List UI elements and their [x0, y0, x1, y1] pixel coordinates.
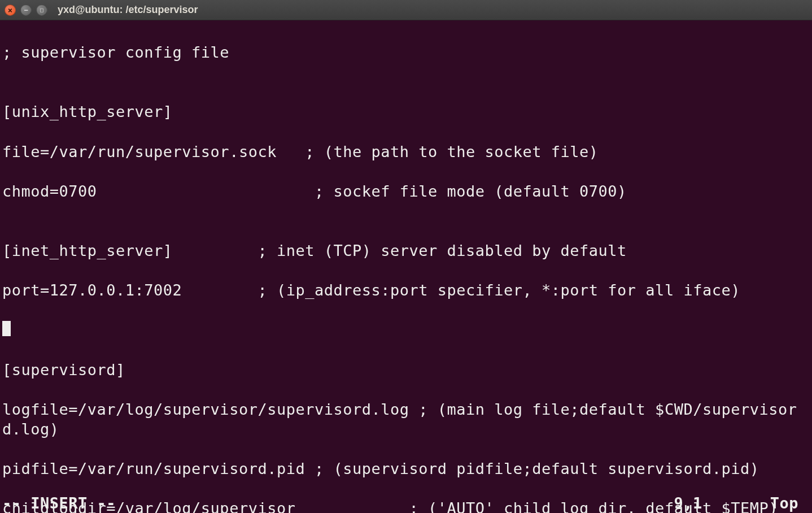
- editor-line: logfile=/var/log/supervisor/supervisord.…: [2, 399, 810, 439]
- editor-line: pidfile=/var/run/supervisord.pid ; (supe…: [2, 459, 810, 479]
- minimize-icon[interactable]: [20, 5, 32, 16]
- editor-line: port=127.0.0.1:7002 ; (ip_address:port s…: [2, 280, 810, 300]
- editor-line: [supervisord]: [2, 360, 810, 380]
- cursor-icon: [2, 321, 11, 336]
- close-icon[interactable]: [5, 5, 16, 16]
- terminal-viewport[interactable]: ; supervisor config file [unix_http_serv…: [0, 20, 812, 513]
- vim-scroll-position: Top: [770, 493, 798, 513]
- window-titlebar: yxd@ubuntu: /etc/supervisor: [0, 0, 812, 20]
- window-title: yxd@ubuntu: /etc/supervisor: [58, 4, 198, 16]
- editor-line: file=/var/run/supervisor.sock ; (the pat…: [2, 142, 810, 162]
- vim-mode: -- INSERT --: [2, 493, 116, 513]
- vim-cursor-position: 9,1: [674, 493, 702, 513]
- editor-line: [unix_http_server]: [2, 102, 810, 121]
- editor-line: [inet_http_server] ; inet (TCP) server d…: [2, 241, 810, 260]
- maximize-icon[interactable]: [36, 5, 47, 16]
- window-controls: [5, 5, 47, 16]
- editor-line: ; supervisor config file: [2, 42, 810, 62]
- editor-line: [2, 320, 810, 340]
- vim-status-line: -- INSERT -- 9,1 Top: [2, 493, 810, 513]
- editor-line: chmod=0700 ; sockef file mode (default 0…: [2, 181, 810, 201]
